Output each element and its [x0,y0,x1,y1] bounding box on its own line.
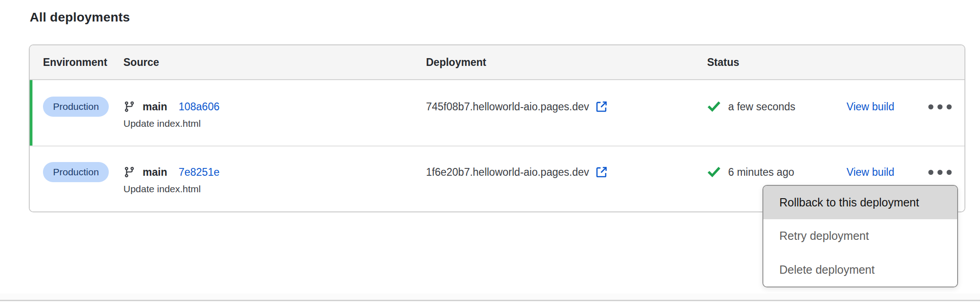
view-build-link[interactable]: View build [847,101,894,113]
deployment-context-menu: Rollback to this deployment Retry deploy… [762,185,958,287]
deployment-url: 745f08b7.helloworld-aio.pages.dev [426,101,589,113]
success-check-icon [707,165,721,179]
deployment-url: 1f6e20b7.helloworld-aio.pages.dev [426,166,589,179]
current-deployment-indicator [30,80,32,146]
more-options-button[interactable] [927,100,953,114]
environment-badge: Production [43,162,109,182]
menu-item-delete[interactable]: Delete deployment [763,253,957,287]
section-divider [0,300,980,301]
status-time: 6 minutes ago [728,166,794,179]
status-time: a few seconds [728,101,795,113]
column-header-environment: Environment [30,56,123,69]
external-link-icon[interactable] [595,100,608,113]
column-header-source: Source [123,56,426,69]
commit-message: Update index.html [123,118,426,129]
commit-message: Update index.html [123,184,426,195]
commit-hash-link[interactable]: 7e8251e [179,166,220,179]
more-options-button[interactable] [927,165,953,179]
git-branch-icon [123,101,135,113]
git-branch-icon [123,166,135,178]
view-build-link[interactable]: View build [847,166,894,179]
branch-name: main [143,101,167,113]
ellipsis-icon [928,170,933,175]
external-link-icon[interactable] [595,166,608,179]
table-header-row: Environment Source Deployment Status [30,45,964,80]
column-header-status: Status [707,56,847,69]
menu-item-rollback[interactable]: Rollback to this deployment [763,186,957,219]
branch-name: main [143,166,167,179]
success-check-icon [707,100,721,114]
table-row: Production main 108a606 Update index.htm… [30,80,964,146]
commit-hash-link[interactable]: 108a606 [179,101,220,113]
page-title: All deployments [30,10,130,25]
column-header-deployment: Deployment [426,56,707,69]
bottom-strip [0,293,980,300]
ellipsis-icon [928,104,933,109]
environment-badge: Production [43,97,109,117]
menu-item-retry[interactable]: Retry deployment [763,219,957,253]
